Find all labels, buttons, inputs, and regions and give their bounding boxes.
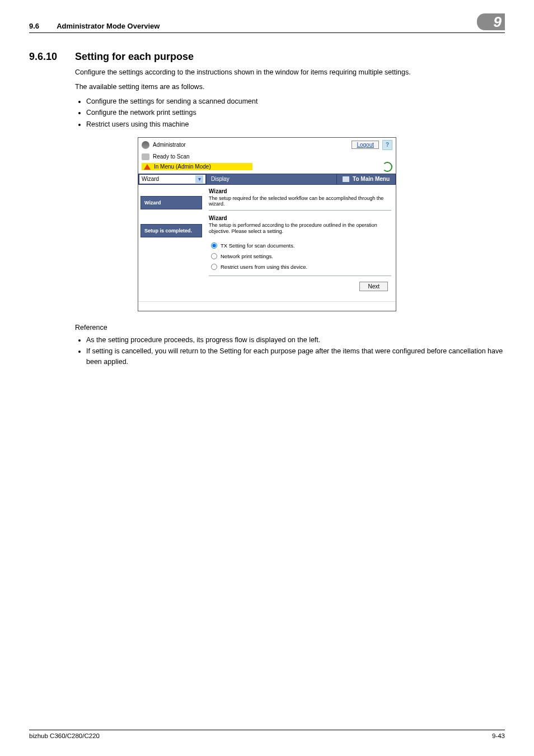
- screenshot-top-bar: Administrator Logout ?: [138, 138, 396, 152]
- footer-page-number: 9-43: [492, 732, 505, 739]
- wizard-sub-title: Wizard: [209, 215, 391, 221]
- reference-block: Reference As the setting procedure proce…: [75, 323, 505, 367]
- chapter-badge: 9: [477, 13, 505, 30]
- list-item: As the setting procedure proceeds, its p…: [86, 335, 505, 345]
- reference-title: Reference: [75, 323, 505, 333]
- content-area: Wizard The setup required for the select…: [204, 185, 396, 297]
- running-header: 9.6 Administrator Mode Overview 9: [29, 17, 505, 33]
- wizard-head-desc: The setup required for the selected work…: [209, 194, 391, 207]
- list-item: Configure the network print settings: [86, 108, 505, 118]
- footer-model: bizhub C360/C280/C220: [29, 732, 492, 739]
- wizard-sub-desc: The setup is performed according to the …: [209, 221, 391, 235]
- logout-button[interactable]: Logout: [352, 141, 379, 149]
- menu-select[interactable]: Wizard ▾: [138, 174, 207, 185]
- wizard-sub: Wizard The setup is performed according …: [209, 215, 391, 239]
- wizard-head: Wizard The setup required for the select…: [209, 186, 391, 211]
- main-menu-icon: [343, 176, 349, 182]
- display-button[interactable]: Display: [207, 174, 234, 185]
- menu-select-value: Wizard: [142, 176, 159, 182]
- option-label: Network print settings.: [221, 253, 273, 259]
- radio-restrict-users[interactable]: [211, 264, 217, 270]
- option-network-print[interactable]: Network print settings.: [211, 253, 391, 259]
- screenshot-panel: Administrator Logout ? Ready to Scan In …: [138, 137, 396, 312]
- printer-icon: [142, 153, 149, 160]
- warning-text: In Menu (Admin Mode): [154, 164, 211, 170]
- page-footer: bizhub C360/C280/C220 9-43: [29, 730, 505, 739]
- warning-icon: [144, 164, 151, 170]
- status-block: Ready to Scan In Menu (Admin Mode): [138, 152, 396, 174]
- chevron-down-icon: ▾: [195, 175, 203, 183]
- sidebar-item-wizard[interactable]: Wizard: [140, 196, 202, 209]
- navigation-bar: Wizard ▾ Display To Main Menu: [138, 174, 396, 185]
- header-title: 9.6 Administrator Mode Overview: [29, 22, 477, 30]
- option-label: TX Setting for scan documents.: [221, 242, 295, 249]
- screenshot-footer: [138, 301, 396, 311]
- wizard-head-title: Wizard: [209, 188, 391, 194]
- body-text: Configure the settings according to the …: [75, 67, 505, 129]
- section-number: 9.6.10: [29, 51, 75, 63]
- radio-tx-scan[interactable]: [211, 242, 217, 249]
- button-row: Next: [209, 276, 391, 292]
- intro-paragraph-2: The available setting items are as follo…: [75, 82, 505, 92]
- intro-paragraph-1: Configure the settings according to the …: [75, 67, 505, 77]
- sidebar-item-completed[interactable]: Setup is completed.: [140, 224, 202, 237]
- setting-bullet-list: Configure the settings for sending a sca…: [75, 96, 505, 129]
- list-item: Configure the settings for sending a sca…: [86, 96, 505, 106]
- section-heading: 9.6.10 Setting for each purpose: [29, 51, 505, 63]
- main-menu-label: To Main Menu: [353, 176, 390, 182]
- header-section-title: Administrator Mode Overview: [57, 22, 160, 30]
- option-restrict-users[interactable]: Restrict users from using this device.: [211, 264, 391, 270]
- administrator-icon: [142, 141, 149, 149]
- to-main-menu-button[interactable]: To Main Menu: [336, 174, 396, 185]
- next-button[interactable]: Next: [359, 282, 388, 291]
- help-icon[interactable]: ?: [382, 140, 392, 150]
- admin-mode-warning: In Menu (Admin Mode): [142, 163, 252, 170]
- status-ready: Ready to Scan: [153, 153, 190, 160]
- administrator-label: Administrator: [153, 142, 186, 148]
- header-section-num: 9.6: [29, 22, 39, 30]
- list-item: Restrict users using this machine: [86, 119, 505, 129]
- section-title: Setting for each purpose: [75, 51, 194, 63]
- left-sidebar: Wizard Setup is completed.: [138, 185, 204, 297]
- list-item: If setting is cancelled, you will return…: [86, 346, 505, 366]
- option-label: Restrict users from using this device.: [221, 264, 307, 270]
- radio-network-print[interactable]: [211, 253, 217, 259]
- reference-bullet-list: As the setting procedure proceeds, its p…: [75, 335, 505, 366]
- option-tx-scan[interactable]: TX Setting for scan documents.: [211, 242, 391, 249]
- options-group: TX Setting for scan documents. Network p…: [211, 242, 391, 270]
- refresh-icon[interactable]: [382, 162, 392, 172]
